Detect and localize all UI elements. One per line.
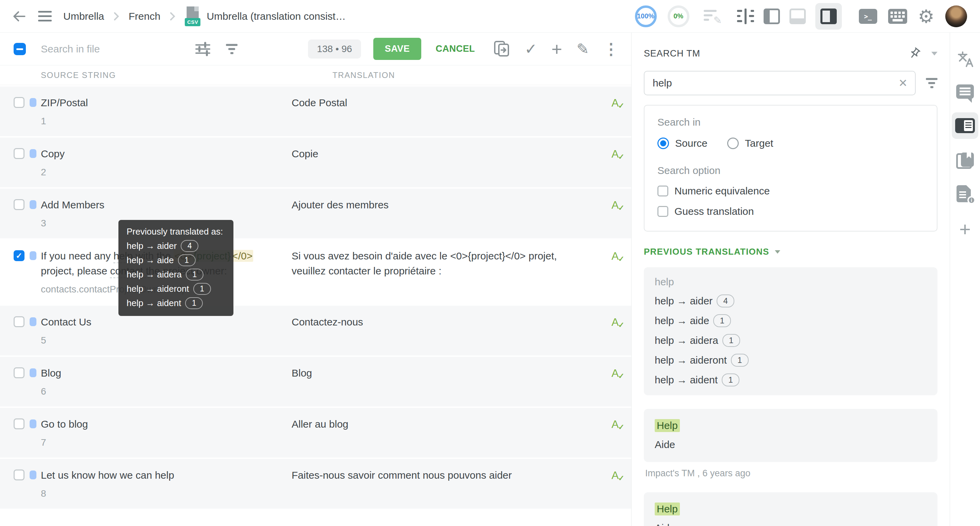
user-avatar[interactable] (945, 5, 967, 27)
translated-status-icon (611, 469, 622, 482)
string-status-dot (30, 317, 37, 326)
term-count-badge: 1 (722, 334, 740, 347)
proofread-icon[interactable] (704, 8, 721, 24)
source-string-text: Add Members (41, 198, 278, 212)
search-in-file-input[interactable] (40, 43, 186, 55)
filter-icon[interactable] (226, 44, 237, 54)
more-options-icon[interactable] (603, 41, 619, 57)
translation-text: Copie (292, 147, 602, 178)
table-row[interactable]: ZIP/Postal1Code Postal (0, 86, 631, 136)
tooltip-item: help → aideront1 (127, 283, 225, 295)
table-row[interactable]: Let us know how we can help8Faites-nous … (0, 459, 631, 508)
table-row[interactable]: Copy2Copie (0, 137, 631, 187)
tm-result-card[interactable]: HelpAide (644, 492, 937, 526)
add-string-icon[interactable] (552, 40, 563, 58)
row-checkbox[interactable] (14, 418, 24, 429)
translated-progress-ring[interactable]: 100% (635, 5, 657, 27)
select-all-checkbox[interactable] (14, 43, 26, 55)
row-checkbox[interactable] (14, 97, 24, 108)
settings-gear-icon[interactable]: ⚙ (918, 7, 934, 26)
source-string-text: Contact Us (41, 315, 278, 330)
row-checkbox[interactable] (14, 470, 24, 480)
chevron-right-icon (113, 11, 120, 21)
table-row[interactable]: Add Members3Ajouter des membres (0, 189, 631, 238)
chevron-down-icon[interactable] (931, 52, 937, 56)
term-pair: help → aidera (655, 335, 718, 346)
breadcrumb-file[interactable]: CSV Umbrella (translation consist… (185, 6, 345, 26)
display-settings-icon[interactable] (195, 41, 211, 56)
approve-icon[interactable] (525, 41, 537, 56)
right-panel-view-active[interactable] (815, 3, 842, 30)
string-number: 5 (41, 335, 278, 346)
chevron-right-icon (169, 11, 176, 21)
term-list-item[interactable]: help → aideront1 (655, 354, 927, 367)
keyboard-shortcuts-icon[interactable] (888, 9, 907, 24)
string-number: 2 (41, 167, 278, 178)
pin-panel-icon[interactable] (908, 47, 921, 60)
term-list-item[interactable]: help → aider4 (655, 295, 927, 308)
tm-filter-icon[interactable] (926, 78, 937, 88)
machine-translation-icon[interactable] (956, 50, 974, 68)
clear-search-icon[interactable] (898, 78, 907, 89)
tooltip-item-pair: help → aident (127, 298, 181, 308)
numeric-equivalence-checkbox[interactable] (657, 186, 668, 196)
previous-translations-toggle[interactable]: PREVIOUS TRANSLATIONS (644, 247, 937, 257)
comments-icon[interactable] (956, 84, 974, 99)
term-list-item[interactable]: help → aide1 (655, 314, 927, 327)
table-row[interactable]: If you need any help with the <0>{projec… (0, 240, 631, 304)
file-context-icon[interactable]: i (956, 185, 974, 203)
save-button[interactable]: SAVE (373, 38, 422, 60)
term-list-item[interactable]: help → aidera1 (655, 334, 927, 347)
row-checkbox[interactable] (14, 367, 24, 378)
term-list-item[interactable]: help → aident1 (655, 373, 927, 386)
term-count-badge: 1 (713, 314, 731, 327)
translation-text: Blog (292, 366, 602, 397)
chevron-down-icon (775, 250, 780, 253)
breadcrumb-language[interactable]: French (129, 11, 160, 22)
term-pair: help → aide (655, 315, 709, 327)
tm-result-card[interactable]: HelpAide (644, 409, 937, 462)
tooltip-item-pair: help → aideront (127, 284, 189, 294)
search-option-label: Search option (657, 165, 924, 176)
row-checkbox[interactable] (14, 250, 24, 261)
radio-target[interactable]: Target (727, 137, 773, 149)
row-checkbox[interactable] (14, 148, 24, 159)
term-count-badge: 1 (722, 373, 740, 386)
bottom-panel-view-icon[interactable] (789, 8, 806, 24)
table-row[interactable]: Go to blog7Aller au blog (0, 408, 631, 457)
inline-tag: </0> (231, 250, 253, 262)
add-panel-icon[interactable] (959, 219, 971, 239)
view-mode-switcher (737, 3, 842, 30)
comfortable-view-icon[interactable] (737, 8, 754, 24)
edit-icon[interactable] (576, 41, 589, 56)
tm-highlighted-match: Help (655, 419, 680, 432)
approved-progress-ring[interactable]: 0% (668, 5, 689, 27)
breadcrumb-project[interactable]: Umbrella (63, 11, 104, 22)
radio-source-control[interactable] (657, 137, 669, 149)
row-select-cell (0, 468, 41, 499)
glossary-icon[interactable] (956, 153, 974, 169)
side-by-side-view-icon[interactable] (764, 8, 780, 24)
editor-window: Umbrella French CSV Umbrella (translatio… (0, 0, 980, 526)
guess-translation-checkbox[interactable] (657, 206, 668, 217)
table-row[interactable]: Contact Us5Contactez-nous (0, 306, 631, 355)
row-checkbox[interactable] (14, 316, 24, 327)
back-icon[interactable] (11, 9, 27, 24)
tm-panel-tab-active[interactable] (952, 112, 978, 139)
guess-translation-label: Guess translation (675, 206, 754, 217)
row-checkbox[interactable] (14, 199, 24, 210)
menu-icon[interactable] (38, 11, 52, 21)
row-status-cell (602, 95, 631, 127)
tm-search-input[interactable] (652, 77, 898, 89)
console-icon[interactable]: >_ (859, 9, 877, 24)
copy-source-icon[interactable] (493, 40, 511, 58)
cancel-button[interactable]: CANCEL (434, 43, 477, 54)
numeric-equivalence-option[interactable]: Numeric equivalence (657, 185, 924, 197)
radio-source[interactable]: Source (657, 137, 708, 149)
string-status-dot (30, 470, 37, 479)
previous-translations-label: PREVIOUS TRANSLATIONS (644, 247, 769, 257)
radio-target-control[interactable] (727, 137, 739, 149)
guess-translation-option[interactable]: Guess translation (657, 206, 924, 217)
table-row[interactable]: Blog6Blog (0, 357, 631, 406)
source-text-segment: project, please (41, 265, 110, 276)
